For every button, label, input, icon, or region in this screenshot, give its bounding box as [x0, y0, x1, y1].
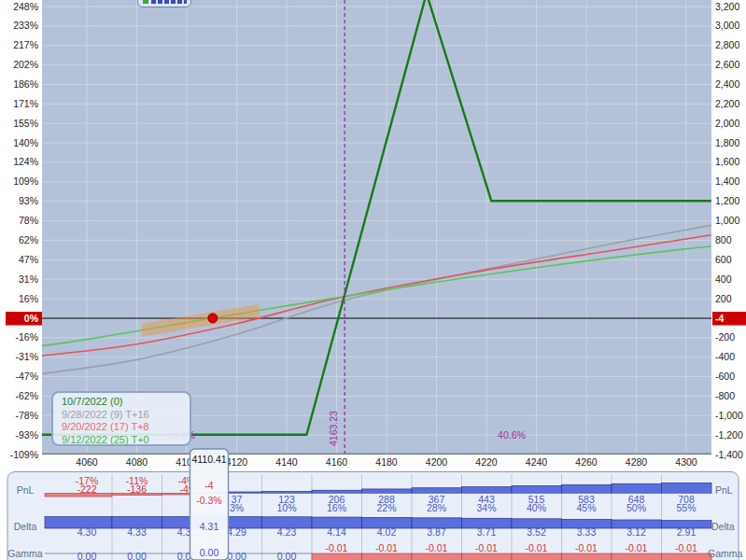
- gamma-bar: [412, 553, 462, 560]
- delta-cell: 4.29: [227, 526, 246, 538]
- gamma-bar: [612, 553, 662, 560]
- y-left-tick-label: 16%: [19, 293, 38, 304]
- y-left-tick-label: -93%: [15, 429, 38, 441]
- delta-cell: 4.02: [377, 526, 397, 538]
- prob-above-label: 40.6%: [498, 429, 526, 441]
- pnl-pct-cell: 40%: [527, 502, 546, 513]
- x-tick-label: 4160: [326, 456, 348, 468]
- y-right-tick-label: -1,000: [715, 410, 743, 421]
- y-left-tick-label: 217%: [13, 39, 38, 50]
- gamma-bar: [362, 553, 413, 560]
- y-left-tick-label: -31%: [15, 351, 38, 362]
- y-right-tick-label: -1,200: [715, 429, 743, 441]
- gamma-cell: -0.01: [426, 542, 448, 553]
- x-tick-label: 4120: [226, 456, 248, 468]
- trade-legend-clipped[interactable]: [137, 0, 191, 7]
- y-left-tick-label: 171%: [13, 98, 38, 109]
- row-label-pnl-right: PnL: [715, 484, 733, 496]
- y-left-tick-label: -16%: [15, 331, 38, 343]
- y-right-tick-label: 600: [715, 254, 732, 265]
- y-left-tick-label: 62%: [19, 234, 38, 245]
- gamma-bar: [562, 553, 612, 560]
- y-right-tick-label: 2,200: [715, 98, 739, 109]
- pnl-bar: [412, 488, 462, 494]
- y-left-tick-label: 140%: [13, 137, 38, 148]
- zero-left-badge-label: 0%: [24, 313, 39, 324]
- legend-row-t8[interactable]: 9/20/2022 (17) T+8: [62, 421, 190, 434]
- y-left-tick-label: 47%: [19, 254, 38, 265]
- pnl-pct-cell: 55%: [676, 502, 696, 513]
- pnl-bar: [612, 483, 662, 493]
- pnl-pct-cell: 3%: [230, 502, 244, 513]
- gamma-cell: 0.00: [277, 551, 297, 560]
- pnl-bar: [512, 485, 562, 493]
- pnl-pct-cell: 22%: [376, 502, 396, 513]
- y-right-tick-label: -400: [715, 351, 735, 362]
- legend-row-expiration[interactable]: 10/7/2022 (0): [62, 396, 190, 409]
- y-left-tick-label: 31%: [19, 273, 38, 285]
- y-right-tick-label: 1,200: [715, 195, 739, 206]
- y-left-tick-label: 186%: [13, 78, 38, 90]
- gamma-bar: [312, 553, 362, 560]
- y-right-tick-label: 200: [715, 293, 732, 304]
- y-right-tick-label: 2,400: [715, 78, 739, 90]
- row-label-pnl-left: PnL: [17, 484, 35, 496]
- y-right-tick-label: 1,000: [715, 215, 739, 226]
- delta-cell: 3.33: [577, 526, 597, 538]
- x-tick-label: 4080: [126, 456, 148, 468]
- y-left-tick-label: -62%: [15, 390, 38, 401]
- current-pnl-usd: -4: [204, 480, 213, 491]
- y-right-tick-label: -200: [715, 331, 735, 343]
- y-left-tick-label: 248%: [13, 1, 38, 12]
- pnl-pct-cell: 45%: [576, 502, 596, 513]
- legend-row-t0[interactable]: 9/12/2022 (25) T+0: [62, 434, 190, 447]
- price-line-label: 4163.23: [328, 411, 339, 446]
- risk-graph-panel: 248%3,200233%3,000217%2,800202%2,600186%…: [0, 0, 746, 560]
- pnl-pct-cell: 28%: [427, 502, 446, 513]
- y-left-tick-label: 202%: [13, 59, 38, 70]
- trade-checkbox-icon[interactable]: [143, 0, 148, 4]
- y-left-tick-label: 155%: [13, 118, 38, 129]
- x-tick-label: 4260: [575, 456, 598, 468]
- y-right-tick-label: 2,800: [715, 39, 739, 50]
- y-right-tick-label: 1,600: [715, 156, 739, 167]
- y-right-tick-label: -800: [715, 390, 735, 401]
- gamma-cell: -0.01: [475, 542, 498, 553]
- row-label-gamma-left: Gamma: [7, 548, 43, 559]
- pnl-pct-cell: 50%: [626, 502, 646, 513]
- gamma-cell: -0.01: [675, 542, 697, 553]
- y-left-tick-label: 93%: [19, 195, 38, 206]
- x-tick-label: 4180: [375, 456, 398, 468]
- delta-cell: 3.12: [626, 526, 646, 538]
- current-price-value: 4110.41: [191, 454, 226, 465]
- gamma-cell: -0.01: [526, 542, 548, 553]
- row-label-delta-left: Delta: [14, 521, 37, 532]
- gamma-bar: [512, 553, 562, 560]
- current-gamma: 0.00: [200, 547, 219, 558]
- delta-cell: 3.71: [477, 526, 497, 538]
- y-left-tick-label: -109%: [10, 449, 38, 460]
- delta-cell: 4.30: [77, 526, 97, 538]
- pnl-bar: [662, 483, 712, 493]
- y-right-tick-label: 2,600: [715, 59, 739, 70]
- legend-row-t16[interactable]: 9/28/2022 (9) T+16: [62, 409, 190, 422]
- dates-legend: 10/7/2022 (0) 9/28/2022 (9) T+16 9/20/20…: [51, 391, 191, 446]
- current-pnl-badge-label: -4: [715, 313, 724, 324]
- y-left-tick-label: 78%: [19, 215, 38, 226]
- y-left-tick-label: 124%: [13, 156, 38, 167]
- x-tick-label: 4280: [626, 456, 648, 468]
- gamma-cell: -0.01: [326, 542, 348, 553]
- y-left-tick-label: -78%: [15, 410, 38, 421]
- y-right-tick-label: 3,000: [715, 20, 739, 31]
- gamma-cell: -0.01: [575, 542, 598, 553]
- gamma-cell: 0.00: [77, 551, 97, 560]
- y-left-tick-label: 109%: [13, 175, 38, 187]
- current-pnl-pct: -0.3%: [196, 495, 221, 506]
- x-tick-label: 4200: [426, 456, 448, 468]
- y-right-tick-label: 1,400: [715, 175, 739, 187]
- gamma-cell: -0.01: [626, 542, 648, 553]
- current-price-marker[interactable]: [208, 314, 218, 323]
- delta-cell: 2.91: [677, 526, 697, 538]
- gamma-cell: 0.00: [127, 551, 147, 560]
- pnl-bar: [362, 489, 413, 494]
